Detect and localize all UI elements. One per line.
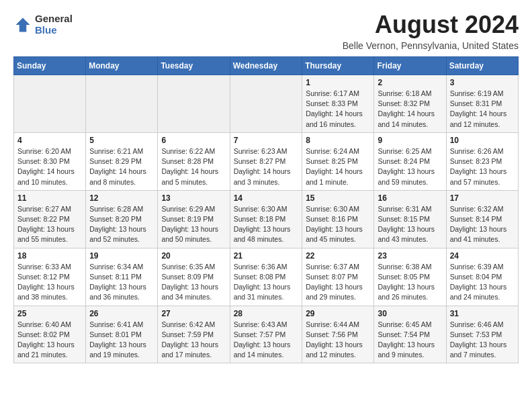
day-detail: Sunrise: 6:29 AMSunset: 8:19 PMDaylight:… (161, 204, 226, 245)
calendar-cell: 26Sunrise: 6:41 AMSunset: 8:01 PMDayligh… (86, 306, 158, 363)
calendar-week-row: 1Sunrise: 6:17 AMSunset: 8:33 PMDaylight… (14, 75, 519, 133)
day-detail: Sunrise: 6:42 AMSunset: 7:59 PMDaylight:… (161, 320, 226, 361)
day-number: 14 (234, 193, 299, 203)
day-detail: Sunrise: 6:21 AMSunset: 8:29 PMDaylight:… (89, 146, 154, 187)
calendar-body: 1Sunrise: 6:17 AMSunset: 8:33 PMDaylight… (14, 75, 519, 363)
day-detail: Sunrise: 6:38 AMSunset: 8:05 PMDaylight:… (378, 262, 442, 303)
day-number: 15 (306, 193, 370, 203)
weekday-header-sunday: Sunday (14, 57, 86, 75)
calendar-cell: 18Sunrise: 6:33 AMSunset: 8:12 PMDayligh… (14, 248, 86, 306)
day-detail: Sunrise: 6:28 AMSunset: 8:20 PMDaylight:… (89, 204, 154, 245)
day-detail: Sunrise: 6:26 AMSunset: 8:23 PMDaylight:… (450, 146, 515, 187)
calendar-week-row: 11Sunrise: 6:27 AMSunset: 8:22 PMDayligh… (14, 190, 519, 248)
calendar-cell: 28Sunrise: 6:43 AMSunset: 7:57 PMDayligh… (230, 306, 302, 363)
day-number: 10 (450, 136, 515, 145)
calendar-cell: 23Sunrise: 6:38 AMSunset: 8:05 PMDayligh… (374, 248, 446, 306)
day-number: 28 (234, 309, 299, 318)
day-number: 23 (378, 251, 442, 261)
calendar-cell (158, 75, 230, 133)
weekday-header-wednesday: Wednesday (230, 57, 302, 75)
day-number: 17 (450, 193, 515, 203)
calendar-cell: 4Sunrise: 6:20 AMSunset: 8:30 PMDaylight… (14, 132, 86, 190)
calendar-week-row: 25Sunrise: 6:40 AMSunset: 8:02 PMDayligh… (14, 306, 519, 363)
logo-general: General (35, 13, 73, 25)
calendar-cell: 11Sunrise: 6:27 AMSunset: 8:22 PMDayligh… (14, 190, 86, 248)
calendar-cell: 5Sunrise: 6:21 AMSunset: 8:29 PMDaylight… (86, 132, 158, 190)
day-detail: Sunrise: 6:40 AMSunset: 8:02 PMDaylight:… (17, 320, 82, 361)
day-number: 29 (306, 309, 370, 318)
day-detail: Sunrise: 6:39 AMSunset: 8:04 PMDaylight:… (450, 262, 515, 303)
calendar-cell (86, 75, 158, 133)
calendar-cell: 8Sunrise: 6:24 AMSunset: 8:25 PMDaylight… (302, 132, 374, 190)
day-detail: Sunrise: 6:45 AMSunset: 7:54 PMDaylight:… (378, 320, 442, 361)
day-number: 5 (89, 136, 154, 145)
weekday-header-monday: Monday (86, 57, 158, 75)
calendar-cell: 7Sunrise: 6:23 AMSunset: 8:27 PMDaylight… (230, 132, 302, 190)
day-number: 30 (378, 309, 442, 318)
day-detail: Sunrise: 6:31 AMSunset: 8:15 PMDaylight:… (378, 204, 442, 245)
calendar-cell: 31Sunrise: 6:46 AMSunset: 7:53 PMDayligh… (446, 306, 518, 363)
day-number: 11 (17, 193, 82, 203)
logo-icon (13, 15, 32, 34)
day-number: 22 (306, 251, 370, 261)
day-number: 13 (161, 193, 226, 203)
day-detail: Sunrise: 6:34 AMSunset: 8:11 PMDaylight:… (89, 262, 154, 303)
calendar-cell: 22Sunrise: 6:37 AMSunset: 8:07 PMDayligh… (302, 248, 374, 306)
day-number: 20 (161, 251, 226, 261)
calendar-cell: 30Sunrise: 6:45 AMSunset: 7:54 PMDayligh… (374, 306, 446, 363)
calendar-cell: 6Sunrise: 6:22 AMSunset: 8:28 PMDaylight… (158, 132, 230, 190)
day-detail: Sunrise: 6:19 AMSunset: 8:31 PMDaylight:… (450, 89, 515, 130)
day-number: 1 (306, 78, 370, 87)
day-detail: Sunrise: 6:32 AMSunset: 8:14 PMDaylight:… (450, 204, 515, 245)
day-number: 16 (378, 193, 442, 203)
day-detail: Sunrise: 6:20 AMSunset: 8:30 PMDaylight:… (17, 146, 82, 187)
day-detail: Sunrise: 6:23 AMSunset: 8:27 PMDaylight:… (234, 146, 299, 187)
day-number: 3 (450, 78, 515, 87)
calendar-cell: 27Sunrise: 6:42 AMSunset: 7:59 PMDayligh… (158, 306, 230, 363)
day-number: 12 (89, 193, 154, 203)
calendar-week-row: 4Sunrise: 6:20 AMSunset: 8:30 PMDaylight… (14, 132, 519, 190)
day-number: 9 (378, 136, 442, 145)
day-detail: Sunrise: 6:27 AMSunset: 8:22 PMDaylight:… (17, 204, 82, 245)
day-detail: Sunrise: 6:37 AMSunset: 8:07 PMDaylight:… (306, 262, 370, 303)
month-year-title: August 2024 (343, 11, 519, 39)
calendar-cell: 19Sunrise: 6:34 AMSunset: 8:11 PMDayligh… (86, 248, 158, 306)
calendar-week-row: 18Sunrise: 6:33 AMSunset: 8:12 PMDayligh… (14, 248, 519, 306)
location-subtitle: Belle Vernon, Pennsylvania, United State… (343, 40, 519, 51)
calendar-cell: 10Sunrise: 6:26 AMSunset: 8:23 PMDayligh… (446, 132, 518, 190)
calendar-cell: 13Sunrise: 6:29 AMSunset: 8:19 PMDayligh… (158, 190, 230, 248)
page-header: General Blue August 2024 Belle Vernon, P… (13, 11, 519, 51)
day-number: 6 (161, 136, 226, 145)
day-number: 4 (17, 136, 82, 145)
calendar-cell: 21Sunrise: 6:36 AMSunset: 8:08 PMDayligh… (230, 248, 302, 306)
day-detail: Sunrise: 6:24 AMSunset: 8:25 PMDaylight:… (306, 146, 370, 187)
day-number: 26 (89, 309, 154, 318)
title-block: August 2024 Belle Vernon, Pennsylvania, … (343, 11, 519, 51)
weekday-header-saturday: Saturday (446, 57, 518, 75)
logo-blue: Blue (35, 25, 73, 36)
day-detail: Sunrise: 6:36 AMSunset: 8:08 PMDaylight:… (234, 262, 299, 303)
day-number: 27 (161, 309, 226, 318)
calendar-cell: 2Sunrise: 6:18 AMSunset: 8:32 PMDaylight… (374, 75, 446, 133)
day-detail: Sunrise: 6:33 AMSunset: 8:12 PMDaylight:… (17, 262, 82, 303)
weekday-header-tuesday: Tuesday (158, 57, 230, 75)
weekday-header-friday: Friday (374, 57, 446, 75)
svg-marker-0 (16, 17, 30, 32)
day-number: 25 (17, 309, 82, 318)
calendar-cell: 14Sunrise: 6:30 AMSunset: 8:18 PMDayligh… (230, 190, 302, 248)
calendar-cell (14, 75, 86, 133)
calendar-cell (230, 75, 302, 133)
calendar-cell: 9Sunrise: 6:25 AMSunset: 8:24 PMDaylight… (374, 132, 446, 190)
calendar-cell: 15Sunrise: 6:30 AMSunset: 8:16 PMDayligh… (302, 190, 374, 248)
calendar-cell: 1Sunrise: 6:17 AMSunset: 8:33 PMDaylight… (302, 75, 374, 133)
day-number: 19 (89, 251, 154, 261)
weekday-header-thursday: Thursday (302, 57, 374, 75)
calendar-cell: 12Sunrise: 6:28 AMSunset: 8:20 PMDayligh… (86, 190, 158, 248)
day-detail: Sunrise: 6:30 AMSunset: 8:16 PMDaylight:… (306, 204, 370, 245)
day-number: 8 (306, 136, 370, 145)
weekday-header-row: SundayMondayTuesdayWednesdayThursdayFrid… (14, 57, 519, 75)
day-detail: Sunrise: 6:17 AMSunset: 8:33 PMDaylight:… (306, 89, 370, 130)
calendar-cell: 3Sunrise: 6:19 AMSunset: 8:31 PMDaylight… (446, 75, 518, 133)
logo-text: General Blue (35, 13, 73, 36)
calendar-cell: 24Sunrise: 6:39 AMSunset: 8:04 PMDayligh… (446, 248, 518, 306)
